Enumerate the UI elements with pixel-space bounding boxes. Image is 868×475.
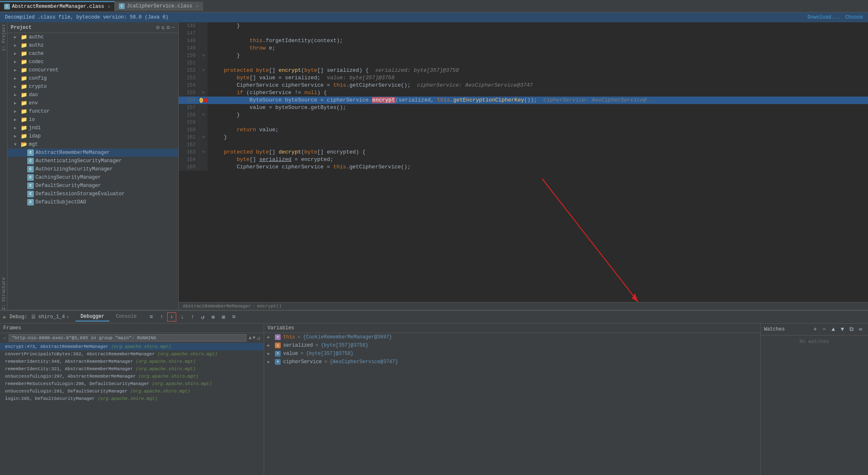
- tab-close-jca[interactable]: ✕: [196, 4, 199, 9]
- expand-watch-btn[interactable]: ∞: [856, 325, 865, 333]
- frame-row-1[interactable]: convertPrincipalsToBytes:362, AbstractRe…: [0, 350, 264, 358]
- left-gutter: 1: Project Z: Structure: [0, 22, 7, 310]
- thread-filter[interactable]: ⊿: [256, 335, 260, 341]
- frame-row-2[interactable]: rememberIdentity:346, AbstractRememberMe…: [0, 358, 264, 365]
- line-gutter-160: [199, 126, 208, 134]
- step-out-btn[interactable]: ↓: [177, 312, 187, 321]
- folder-concurrent[interactable]: ▶ 📁 concurrent: [7, 66, 178, 74]
- frame-row-7[interactable]: login:285, DefaultSecurityManager (org.a…: [0, 395, 264, 402]
- code-line-149: 149 throw e;: [179, 45, 868, 52]
- line-gutter-154: [199, 82, 208, 89]
- up-watch-btn[interactable]: ▲: [829, 325, 837, 333]
- expand-icon[interactable]: ⇅: [161, 24, 165, 31]
- folder-dao[interactable]: ▶ 📁 dao: [7, 91, 178, 99]
- settings-btn[interactable]: ≡: [229, 312, 238, 321]
- line-num-153: 153: [179, 74, 199, 82]
- var-icon-value: ≡: [275, 351, 281, 357]
- code-line-148: 148 this.forgetIdentity(context);: [179, 37, 868, 45]
- resume-btn[interactable]: ≡: [147, 312, 156, 321]
- tab-close-abstract[interactable]: ✕: [108, 4, 110, 9]
- folder-codec[interactable]: ▶ 📁 codec: [7, 58, 178, 66]
- var-arrow-value[interactable]: ▶: [267, 351, 272, 356]
- folder-jndi[interactable]: ▶ 📁 jndi: [7, 124, 178, 132]
- gear-icon[interactable]: ⚙: [166, 24, 170, 31]
- file-icon-default-session: C: [27, 191, 34, 197]
- var-arrow-cipher[interactable]: ▶: [267, 359, 272, 364]
- file-default-sec[interactable]: C DefaultSecurityManager: [7, 182, 178, 190]
- thread-up[interactable]: ▲: [249, 335, 252, 341]
- folder-icon-authc: 📁: [21, 34, 27, 40]
- file-abstractrememember[interactable]: C AbstractRememberMeManager: [7, 149, 178, 157]
- folder-authz[interactable]: ▶ 📁 authz: [7, 41, 178, 50]
- add-watch-btn[interactable]: +: [811, 325, 819, 333]
- decompile-actions: Download... Choose: [808, 14, 863, 20]
- var-arrow-this[interactable]: ▶: [267, 335, 272, 340]
- run-cursor-btn[interactable]: ↑: [188, 312, 197, 321]
- breadcrumb-method[interactable]: encrypt(): [257, 304, 281, 309]
- frame-row-4[interactable]: onSuccessfulLogin:297, AbstractRememberM…: [0, 373, 264, 380]
- frame-class-4: (org.apache.shiro.mgt): [138, 374, 198, 379]
- folder-authc[interactable]: ▶ 📁 authc: [7, 33, 178, 41]
- download-link[interactable]: Download...: [808, 14, 840, 20]
- folder-cache[interactable]: ▶ 📁 cache: [7, 50, 178, 58]
- file-icon-authorizing: C: [27, 166, 34, 173]
- line-num-159: 159: [179, 119, 199, 126]
- folder-io[interactable]: ▶ 📁 io: [7, 116, 178, 124]
- var-arrow-serialized[interactable]: ▶: [267, 343, 272, 348]
- folder-env[interactable]: ▶ 📁 env: [7, 99, 178, 107]
- evaluate-btn[interactable]: ↺: [198, 312, 207, 321]
- line-body-162: [208, 141, 868, 149]
- folder-config[interactable]: ▶ 📁 config: [7, 74, 178, 83]
- frame-row-0[interactable]: encrypt:473, AbstractRememberMeManager (…: [0, 343, 264, 350]
- folder-crypto[interactable]: ▶ 📁 crypto: [7, 83, 178, 91]
- step-over-btn[interactable]: ↑: [157, 312, 166, 321]
- no-watches-text: No watches: [761, 336, 868, 348]
- line-body-154: CipherService cipherService = this.getCi…: [208, 82, 868, 89]
- code-line-155: 155 ⊖ if (cipherService != null) {: [179, 89, 868, 97]
- close-sidebar-icon[interactable]: —: [172, 24, 175, 31]
- var-row-value[interactable]: ▶ ≡ value = {byte[357]@3758}: [264, 350, 760, 358]
- thread-dropdown[interactable]: "http-nio-8080-exec-8"@3,695 in group "m…: [9, 334, 246, 342]
- down-watch-btn[interactable]: ▼: [838, 325, 847, 333]
- file-caching[interactable]: C CachingSecurityManager: [7, 173, 178, 182]
- tab-abstract[interactable]: C AbstractRememberMeManager.class ✕: [0, 1, 115, 11]
- folder-icon-env: 📁: [21, 100, 27, 106]
- remove-watch-btn[interactable]: −: [820, 325, 828, 333]
- thread-item: ✓ "http-nio-8080-exec-8"@3,695 in group …: [0, 333, 264, 343]
- folder-mgt[interactable]: ▼ 📂 mgt: [7, 140, 178, 149]
- debug-session-close[interactable]: ✕: [66, 314, 69, 319]
- var-row-serialized[interactable]: ▶ ⊙ serialized = {byte[357]@3758}: [264, 341, 760, 350]
- table-btn[interactable]: ⊞: [219, 312, 228, 321]
- code-editor[interactable]: 146 } 147 148 this.forgetIdentity(contex…: [179, 22, 868, 302]
- frames-body: ✓ "http-nio-8080-exec-8"@3,695 in group …: [0, 333, 264, 475]
- extra-btn[interactable]: ⊕: [208, 312, 218, 321]
- folder-functor[interactable]: ▶ 📁 functor: [7, 107, 178, 116]
- structure-tab[interactable]: Z: Structure: [1, 277, 6, 310]
- file-default-session[interactable]: C DefaultSessionStorageEvaluator: [7, 190, 178, 198]
- var-row-cipher[interactable]: ▶ ≡ cipherService = {AesCipherService@37…: [264, 358, 760, 366]
- choose-link[interactable]: Choose: [845, 14, 863, 20]
- line-gutter-157: [199, 104, 208, 111]
- debug-session-name[interactable]: shiro_1_4: [38, 314, 65, 320]
- var-row-this[interactable]: ▶ ≡ this = {CookieRememberMeManager@3697…: [264, 333, 760, 341]
- breadcrumb-class[interactable]: AbstractRememberMeManager: [183, 304, 251, 309]
- frame-row-3[interactable]: rememberIdentity:321, AbstractRememberMe…: [0, 365, 264, 373]
- file-default-subject[interactable]: C DefaultSubjectDAO: [7, 198, 178, 206]
- line-num-165: 165: [179, 163, 199, 171]
- step-into-btn[interactable]: ⬇: [167, 312, 176, 321]
- settings-icon[interactable]: ⚙: [156, 24, 159, 31]
- tab-jca[interactable]: C JcaCipherService.class ✕: [115, 2, 203, 11]
- file-authorizing[interactable]: C AuthorizingSecurityManager: [7, 165, 178, 173]
- line-gutter-161: ⊖: [199, 134, 208, 141]
- frame-row-5[interactable]: rememberMeSuccessfulLogin:206, DefaultSe…: [0, 380, 264, 388]
- breakpoint-156[interactable]: [204, 98, 208, 103]
- folder-ldap[interactable]: ▶ 📁 ldap: [7, 132, 178, 140]
- editor-area: 146 } 147 148 this.forgetIdentity(contex…: [179, 22, 868, 310]
- debugger-tab[interactable]: Debugger: [76, 312, 109, 321]
- file-authenticating[interactable]: C AuthenticatingSecurityManager: [7, 157, 178, 165]
- project-tab[interactable]: 1: Project: [1, 24, 6, 51]
- console-tab[interactable]: Console: [111, 312, 142, 321]
- frame-row-6[interactable]: onSuccessfulLogin:291, DefaultSecurityMa…: [0, 388, 264, 395]
- copy-watch-btn[interactable]: ⧉: [847, 325, 856, 333]
- thread-down[interactable]: ▼: [253, 335, 255, 341]
